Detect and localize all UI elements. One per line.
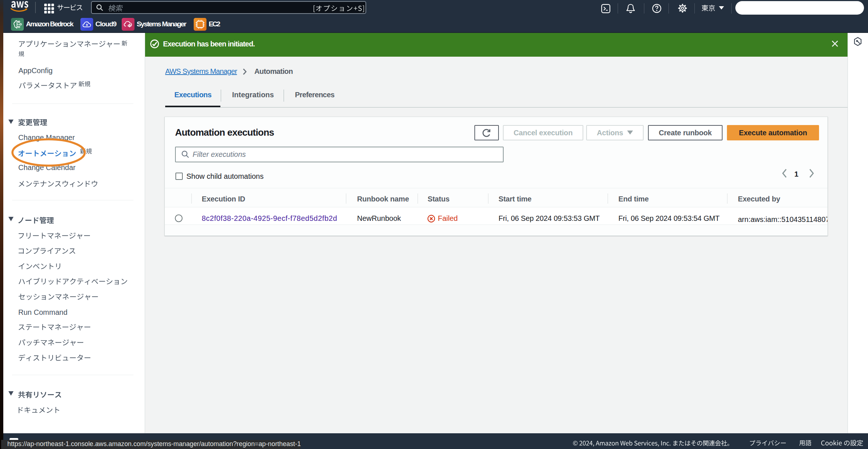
svg-text:9: 9 (86, 23, 88, 27)
